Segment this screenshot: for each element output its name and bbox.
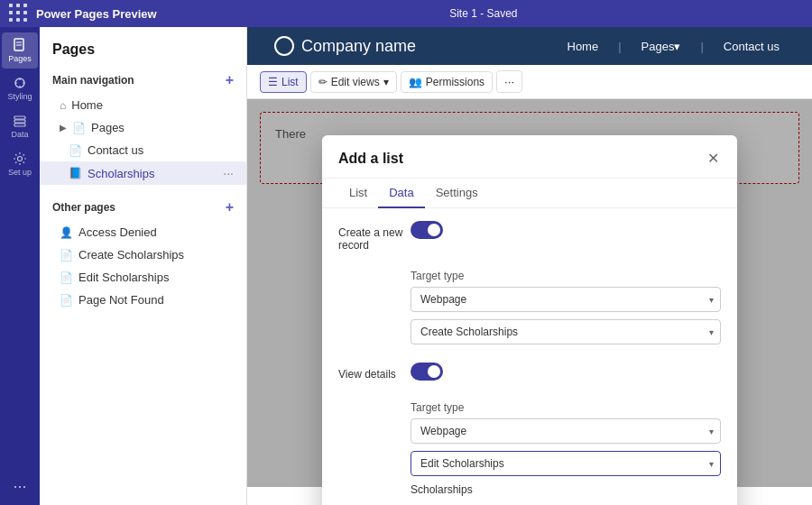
nav-scholarships-label: Scholarships <box>88 167 154 180</box>
modal-header: Add a list ✕ <box>322 135 737 179</box>
edit-scholarships-select-wrapper: Create Scholarships Edit Scholarships Ac… <box>411 451 721 476</box>
modal-tab-settings[interactable]: Settings <box>425 179 489 208</box>
nav-item-access-denied[interactable]: 👤 Access Denied <box>40 221 246 243</box>
tab-list-label: List <box>349 186 367 199</box>
add-other-pages-button[interactable]: + <box>226 199 234 216</box>
modal-tab-data[interactable]: Data <box>378 179 424 208</box>
sidebar-item-setup[interactable]: Set up <box>2 146 38 182</box>
toolbar-edit-views-label: Edit views <box>331 76 380 88</box>
site-nav-home[interactable]: Home <box>562 40 604 53</box>
sidebar-setup-label: Set up <box>8 168 32 177</box>
app-title: Power Pages Preview <box>36 7 157 21</box>
expand-icon: ▶ <box>60 123 67 133</box>
nav-item-create-scholarships[interactable]: 📄 Create Scholarships <box>40 243 246 266</box>
create-scholarships-select-wrapper: Create Scholarships Edit Scholarships Ac… <box>411 319 721 344</box>
sidebar-pages-label: Pages <box>8 54 32 63</box>
icon-sidebar: Pages Styling Data Set up ··· <box>0 27 40 505</box>
nav-contact-label: Contact us <box>88 143 143 157</box>
svg-rect-4 <box>14 116 25 119</box>
sidebar-title: Pages <box>40 36 246 67</box>
brand-name: Company name <box>301 37 416 56</box>
other-pages-section: Other pages + <box>40 194 246 221</box>
target-type-2-row: Target type Webpage URL Modal ▾ <box>338 394 721 496</box>
add-main-nav-button[interactable]: + <box>226 72 234 88</box>
target-type-2-section-label: Target type <box>411 401 721 414</box>
toolbar-edit-views-button[interactable]: ✏ Edit views ▾ <box>310 71 397 93</box>
toolbar-list-button[interactable]: ☰ List <box>260 71 307 93</box>
pages-sidebar: Pages Main navigation + ⌂ Home ▶ 📄 Pages… <box>40 27 247 505</box>
page-toolbar: ☰ List ✏ Edit views ▾ 👥 Permissions ··· <box>247 65 812 99</box>
site-nav-pages[interactable]: Pages▾ <box>636 40 687 53</box>
nav-access-denied-label: Access Denied <box>78 225 157 239</box>
toolbar-permissions-button[interactable]: 👥 Permissions <box>401 71 493 93</box>
site-nav: Company name Home | Pages▾ | Contact us <box>247 27 812 65</box>
target-type-2-select[interactable]: Webpage URL Modal <box>411 418 721 444</box>
create-new-record-row: Create a new record <box>338 221 721 252</box>
nav-item-pages[interactable]: ▶ 📄 Pages <box>40 116 246 139</box>
target-type-2-select-wrapper: Webpage URL Modal ▾ <box>411 418 721 444</box>
svg-rect-6 <box>14 124 25 126</box>
site-nav-links: Home | Pages▾ | Contact us <box>562 40 786 53</box>
sidebar-item-pages[interactable]: Pages <box>2 32 38 69</box>
page-body: There Add a list ✕ List <box>247 99 812 487</box>
view-details-row: View details <box>338 363 721 383</box>
sidebar-item-data[interactable]: Data <box>2 108 38 144</box>
edit-page-icon: 📄 <box>60 271 73 284</box>
create-scholarships-select[interactable]: Create Scholarships Edit Scholarships Ac… <box>411 319 721 344</box>
nav-item-home[interactable]: ⌂ Home <box>40 94 246 116</box>
view-details-label: View details <box>338 363 411 381</box>
user-page-icon: 👤 <box>60 226 73 239</box>
edit-scholarships-select[interactable]: Create Scholarships Edit Scholarships Ac… <box>411 451 721 476</box>
create-new-record-controls <box>411 221 721 242</box>
topbar: Power Pages Preview Site 1 - Saved <box>0 0 812 27</box>
nav-pages-label: Pages <box>91 121 125 134</box>
toolbar-more-button[interactable]: ··· <box>496 70 522 93</box>
target-type-1-select[interactable]: Webpage URL Modal <box>411 287 721 312</box>
view-details-toggle[interactable] <box>411 363 443 381</box>
modal-tab-list[interactable]: List <box>338 179 378 208</box>
target-type-2-label <box>338 394 411 399</box>
svg-point-7 <box>18 157 23 161</box>
create-new-record-toggle[interactable] <box>411 221 443 239</box>
sidebar-data-label: Data <box>11 130 28 139</box>
page-filled-icon: 📘 <box>69 167 82 179</box>
nav-item-contact[interactable]: 📄 Contact us <box>40 139 246 161</box>
svg-rect-5 <box>14 120 25 123</box>
nav-item-edit-scholarships[interactable]: 📄 Edit Scholarships <box>40 266 246 289</box>
sidebar-more-icon[interactable]: ··· <box>13 477 26 496</box>
list-icon: ☰ <box>268 76 278 88</box>
modal-title: Add a list <box>338 151 403 167</box>
create-new-record-label: Create a new record <box>338 221 411 252</box>
modal-body: Create a new record Target type <box>322 208 737 505</box>
create-page-icon: 📄 <box>60 249 73 262</box>
nav-item-more-icon[interactable]: ··· <box>223 166 234 180</box>
app-grid-icon[interactable] <box>9 4 29 23</box>
main-content: Company name Home | Pages▾ | Contact us … <box>247 27 812 505</box>
nav-home-label: Home <box>71 98 103 112</box>
site-status: Site 1 - Saved <box>164 7 803 20</box>
site-preview: Company name Home | Pages▾ | Contact us … <box>247 27 812 505</box>
target-type-2-controls: Target type Webpage URL Modal ▾ <box>411 394 721 496</box>
sidebar-item-styling[interactable]: Styling <box>2 70 38 106</box>
nav-edit-scholarships-label: Edit Scholarships <box>78 271 169 284</box>
target-type-1-controls: Target type Webpage URL Modal ▾ <box>411 262 721 352</box>
brand-circle <box>274 36 294 56</box>
site-brand: Company name <box>274 36 416 56</box>
home-icon: ⌂ <box>60 99 66 112</box>
other-pages-label: Other pages <box>52 201 115 214</box>
site-nav-contact[interactable]: Contact us <box>718 40 785 53</box>
modal-overlay: Add a list ✕ List Data <box>247 99 812 487</box>
modal-tabs: List Data Settings <box>322 179 737 208</box>
main-layout: Pages Styling Data Set up ··· Pages Main… <box>0 27 812 505</box>
target-type-1-row: Target type Webpage URL Modal ▾ <box>338 262 721 352</box>
view-details-controls <box>411 363 721 383</box>
target-type-1-section-label: Target type <box>411 270 721 282</box>
target-type-1-label <box>338 262 411 268</box>
nav-create-scholarships-label: Create Scholarships <box>78 248 184 262</box>
edit-icon: ✏ <box>318 76 328 88</box>
nav-item-page-not-found[interactable]: 📄 Page Not Found <box>40 289 246 311</box>
nav-item-scholarships[interactable]: 📘 Scholarships ··· <box>40 161 246 185</box>
target-type-1-select-wrapper: Webpage URL Modal ▾ <box>411 287 721 312</box>
add-list-modal: Add a list ✕ List Data <box>322 135 737 505</box>
modal-close-button[interactable]: ✕ <box>706 148 721 169</box>
